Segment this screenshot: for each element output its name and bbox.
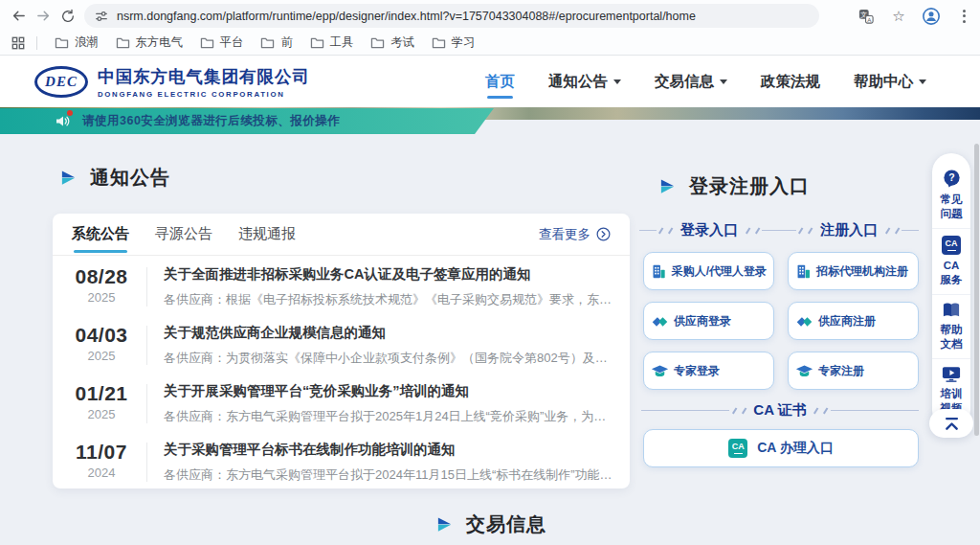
chevron-down-icon [613,79,621,88]
speaker-icon [55,113,71,129]
folder-icon [116,36,130,49]
notice-date: 08/28 2025 [66,265,137,305]
url-text: nsrm.dongfang.com/platform/runtime/epp/d… [117,10,696,23]
back-button[interactable] [6,4,31,29]
sidebar-item-help-docs[interactable]: 帮助文档 [932,294,970,358]
tune-icon [95,10,108,23]
tab-violation-reports[interactable]: 违规通报 [238,214,296,255]
notice-date: 11/07 2024 [66,441,137,480]
bookmark-folder[interactable]: 考试 [362,33,423,53]
trade-section-title: 交易信息 [435,511,546,537]
notice-item[interactable]: 01/21 2025 关于开展采购管理平台“竞价采购业务”培训的通知 各供应商：… [53,373,630,431]
nav-policies[interactable]: 政策法规 [761,56,820,107]
folder-icon [200,36,214,49]
expert-register-button[interactable]: 专家注册 [788,352,919,390]
translate-icon[interactable]: 文A [854,4,879,29]
nav-home[interactable]: 首页 [485,56,515,107]
divider [146,326,147,365]
ticker-text: 请使用360安全浏览器进行后续投标、报价操作 [82,113,340,129]
ca-apply-button[interactable]: CA CA 办理入口 [643,429,919,467]
notice-title: 关于规范供应商企业规模信息的通知 [164,324,612,342]
sidebar-item-faq[interactable]: ? 常见问题 [932,162,970,228]
apps-grid-icon[interactable] [9,34,28,53]
notice-item[interactable]: 08/28 2025 关于全面推进非招标采购业务CA认证及电子签章应用的通知 各… [53,256,630,314]
folder-icon [370,36,385,49]
chrome-menu-icon[interactable] [951,4,976,29]
notice-title: 关于全面推进非招标采购业务CA认证及电子签章应用的通知 [164,265,612,284]
tab-system-notices[interactable]: 系统公告 [72,214,129,255]
expert-login-button[interactable]: 专家登录 [643,352,774,390]
login-section-title: 登录注册入口 [658,173,810,199]
section-arrow-icon [658,177,677,195]
main-nav: 首页 通知公告 交易信息 政策法规 帮助中心 [485,56,926,107]
notice-desc: 各供应商：东方电气采购管理平台拟于2024年11月15日上线“标书在线制作”功能… [164,466,612,484]
circle-arrow-icon [596,227,611,241]
bookmark-folder[interactable]: 平台 [191,33,253,53]
divider [146,384,147,423]
toolbar-right: 文A ☆ [854,0,976,32]
notice-desc: 各供应商：为贯彻落实《保障中小企业款项支付条例》（国务院令第802号）及《中小企… [164,350,612,367]
building-icon [651,263,667,280]
nav-notices[interactable]: 通知公告 [548,56,621,107]
building-icon [795,263,812,280]
notices-card: 系统公告 寻源公告 违规通报 查看更多 08/28 2025 关于全面推进非招标… [53,214,630,488]
bookmark-star-icon[interactable]: ☆ [886,4,911,29]
purchaser-agent-login-button[interactable]: 采购人/代理人登录 [643,252,774,290]
notice-title: 关于开展采购管理平台“竞价采购业务”培训的通知 [164,382,612,400]
notice-date: 04/03 2025 [66,324,137,363]
login-entry-header: 登录入口 [639,221,779,239]
notice-title: 关于采购管理平台标书在线制作功能培训的通知 [164,441,612,459]
scrollbar-thumb[interactable] [974,144,979,436]
url-bar[interactable]: nsrm.dongfang.com/platform/runtime/epp/d… [84,4,819,28]
bookmark-folder[interactable]: 工具 [301,33,363,53]
notice-item[interactable]: 04/03 2025 关于规范供应商企业规模信息的通知 各供应商：为贯彻落实《保… [53,314,630,373]
supplier-login-button[interactable]: 供应商登录 [643,302,774,340]
profile-avatar[interactable] [919,4,944,29]
bidding-agency-register-button[interactable]: 招标代理机构注册 [788,252,919,290]
quick-sidebar: ? 常见问题 CA CA服务 帮助文档 培训视频 [932,153,970,429]
browser-toolbar: nsrm.dongfang.com/platform/runtime/epp/d… [0,0,980,32]
notice-item[interactable]: 11/07 2024 关于采购管理平台标书在线制作功能培训的通知 各供应商：东方… [53,431,630,488]
folder-icon [260,36,275,49]
nav-help-center[interactable]: 帮助中心 [854,56,926,107]
ca-badge-icon: CA [728,439,747,458]
ca-icon: CA [942,236,961,255]
view-more-link[interactable]: 查看更多 [539,226,611,243]
company-name-cn: 中国东方电气集团有限公司 [98,65,310,88]
bookmark-folder[interactable]: 浪潮 [46,33,107,53]
divider [146,443,147,482]
bookmarks-bar: 浪潮 东方电气 平台 前 工具 考试 [0,32,980,54]
company-logo[interactable]: DEC 中国东方电气集团有限公司 DONGFANG ELECTRIC CORPO… [34,65,310,99]
graduation-cap-icon [795,364,813,378]
entry-buttons: 采购人/代理人登录 招标代理机构注册 供应商登录 供应商注册 专家登录 专家注册 [643,252,919,390]
supplier-register-button[interactable]: 供应商注册 [788,302,919,340]
entry-subheaders: 登录入口 注册入口 [639,221,919,239]
svg-text:?: ? [948,171,954,183]
notification-dot [67,110,73,116]
notice-date: 01/21 2025 [66,382,137,421]
company-name-en: DONGFANG ELECTRIC CORPORATION [98,90,310,99]
register-entry-header: 注册入口 [779,221,919,239]
handshake-icon [795,314,813,329]
reload-button[interactable] [56,4,80,29]
video-icon [942,366,961,383]
notices-section-title: 通知公告 [59,165,170,191]
sidebar-item-ca-service[interactable]: CA CA服务 [932,228,970,294]
page: nsrm.dongfang.com/platform/runtime/epp/d… [0,0,980,545]
graduation-cap-icon [651,364,669,378]
bookmark-folder[interactable]: 前 [252,33,301,53]
folder-icon [432,36,446,49]
bookmark-folder[interactable]: 东方电气 [107,33,191,53]
notice-desc: 各供应商：根据《电子招标投标系统技术规范》《电子采购交易规范》要求，东方电气采购… [164,291,612,308]
forward-button[interactable] [31,4,56,29]
tab-sourcing-notices[interactable]: 寻源公告 [155,214,212,255]
folder-icon [310,36,324,49]
dec-logo-oval: DEC [34,66,88,98]
chevron-down-icon [720,79,727,88]
folder-icon [55,36,69,49]
site-header: DEC 中国东方电气集团有限公司 DONGFANG ELECTRIC CORPO… [0,56,980,107]
ca-cert-header: CA 证书 [641,401,919,420]
bookmark-folder[interactable]: 学习 [423,33,484,53]
nav-trade-info[interactable]: 交易信息 [655,56,727,107]
back-to-top-button[interactable] [929,409,973,438]
